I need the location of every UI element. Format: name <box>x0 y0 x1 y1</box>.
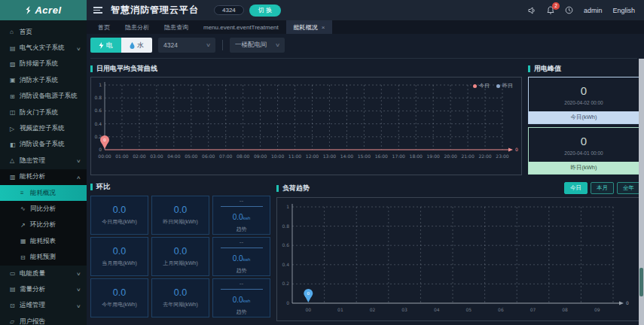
ring-cards-grid: 0.0 今日用电(kWh) 0.0 <box>90 196 270 317</box>
smoke-exhaust-icon: ▨ <box>10 61 20 68</box>
switch-project-button[interactable]: 切 换 <box>249 5 281 17</box>
peak-datetime: 2020-04-01 00:00 <box>564 150 603 156</box>
sidebar-item-user-report[interactable]: ▱ 用户报告 <box>0 314 87 325</box>
svg-text:20:00: 20:00 <box>444 153 456 159</box>
range-button-today[interactable]: 今日 <box>564 182 588 194</box>
stat-label: 今年用电(kWh) <box>102 301 137 308</box>
svg-text:0: 0 <box>103 138 106 142</box>
page-scrollbar[interactable] <box>639 59 644 325</box>
load-trend-panel: 负荷趋势 今日 本月 全年 10.80 <box>276 182 640 321</box>
svg-text:01: 01 <box>337 307 343 312</box>
daily-load-curve-panel: 日用电平均负荷曲线 今日 <box>90 64 522 175</box>
sidebar-item-label: 消防设备子系统 <box>20 140 65 149</box>
sidebar-item-electrical-fire-subsystem[interactable]: ▤ 电气火灾子系统 ∨ <box>0 40 87 56</box>
sidebar-item-hazard-management[interactable]: △ 隐患管理 ∨ <box>0 153 87 169</box>
sidebar-item-video-monitoring-subsystem[interactable]: ▷ 视频监控子系统 <box>0 120 87 136</box>
legend-item[interactable]: 今日 <box>473 82 490 90</box>
svg-text:14:00: 14:00 <box>340 153 353 159</box>
svg-text:08:00: 08:00 <box>237 153 249 159</box>
fire-door-icon: ◫ <box>10 109 20 116</box>
tab-hazard-query[interactable]: 隐患查询 <box>157 20 196 34</box>
sidebar-item-label: 同比分析 <box>30 205 56 214</box>
electric-filter-button[interactable]: 电 <box>90 38 121 53</box>
stat-value: 0.0 <box>174 246 187 257</box>
clock-icon[interactable] <box>565 6 573 14</box>
daily-load-chart: 10.80.60.40.2000:0001:0002:0003:0004:000… <box>91 77 521 175</box>
svg-text:03: 03 <box>401 307 407 312</box>
tab-event-treatment[interactable]: menu.event.eventTreatment <box>196 20 286 34</box>
menu-fold-icon[interactable] <box>93 7 102 13</box>
sidebar-item-label: 防火门子系统 <box>20 108 58 117</box>
sidebar-item-label: 能耗概况 <box>30 189 56 198</box>
chevron-icon: ∨ <box>75 158 81 163</box>
sidebar-item-fire-equipment-subsystem[interactable]: ◧ 消防设备子系统 <box>0 137 87 153</box>
sidebar-item-smoke-exhaust-subsystem[interactable]: ▨ 防排烟子系统 <box>0 56 87 72</box>
sidebar-item-fire-water-subsystem[interactable]: ▣ 消防水子系统 <box>0 72 87 88</box>
svg-text:01:00: 01:00 <box>115 153 128 159</box>
svg-text:03:00: 03:00 <box>150 153 163 159</box>
svg-text:15:00: 15:00 <box>358 153 371 159</box>
user-report-icon: ▱ <box>10 318 20 325</box>
sidebar-item-label: 需量分析 <box>20 285 45 294</box>
sidebar-item-energy-analysis[interactable]: ▥ 能耗分析 ∧ <box>0 169 87 185</box>
legend-item[interactable]: 昨日 <box>496 82 513 90</box>
sidebar-item-power-quality[interactable]: ▭ 电能质量 ∨ <box>0 266 87 281</box>
station-select[interactable]: 4324 ∨ <box>158 38 215 53</box>
sidebar-item-fire-door-subsystem[interactable]: ◫ 防火门子系统 <box>0 105 87 120</box>
range-button-month[interactable]: 本月 <box>591 182 614 194</box>
svg-text:07:00: 07:00 <box>219 153 232 159</box>
sidebar-item-label: 防排烟子系统 <box>20 59 58 68</box>
range-button-year[interactable]: 全年 <box>617 182 640 194</box>
user-menu[interactable]: admin <box>584 7 603 14</box>
trend-unit: kwh <box>243 257 251 262</box>
chart-legend: 今日 昨日 <box>473 82 513 90</box>
tab-hazard-analysis[interactable]: 隐患分析 <box>118 20 157 34</box>
sidebar-item-demand-analysis[interactable]: ▤ 需量分析 ∨ <box>0 281 87 297</box>
peak-card-today: 0 2020-04-02 00:00 今日(kWh) <box>528 77 639 124</box>
tab-energy-overview[interactable]: 能耗概况 × <box>286 20 333 34</box>
close-icon[interactable]: × <box>322 24 325 31</box>
stat-label: 今日用电(kWh) <box>102 218 137 226</box>
chevron-down-icon: ∨ <box>275 42 280 48</box>
logo-text: Acrel <box>35 5 61 16</box>
title-accent-bar <box>90 184 93 190</box>
trend-divider <box>221 289 263 290</box>
sidebar-item-ops-management[interactable]: ⊡ 运维管理 ∨ <box>0 298 87 314</box>
title-accent-bar <box>528 65 530 72</box>
trend-card-year: -- 0.0kwh 趋势 <box>212 278 270 317</box>
sidebar-item-energy-report[interactable]: ▦ 能耗报表 <box>0 233 87 249</box>
svg-text:19:00: 19:00 <box>427 153 440 159</box>
water-filter-button[interactable]: 水 <box>121 38 152 53</box>
report-icon: ▦ <box>20 238 30 245</box>
sidebar-item-yoy-analysis[interactable]: ∿ 同比分析 <box>0 201 87 217</box>
trend-card-month: -- 0.0kwh 趋势 <box>212 237 270 276</box>
peak-datetime: 2020-04-02 00:00 <box>564 100 603 105</box>
panel-title-ring: 环比 <box>90 182 270 192</box>
chevron-icon: ∨ <box>75 46 81 51</box>
svg-text:12:00: 12:00 <box>306 153 319 159</box>
sound-icon[interactable] <box>528 7 536 14</box>
sidebar-item-home[interactable]: ⌂ 首页 <box>0 24 87 40</box>
tab-label: 隐患查询 <box>164 23 188 32</box>
svg-text:07: 07 <box>530 307 536 312</box>
sidebar-item-equipment-power-subsystem[interactable]: ⊞ 消防设备电源子系统 <box>0 89 87 105</box>
tab-home[interactable]: 首页 <box>90 20 118 34</box>
stat-label: 上月同期(kWh) <box>163 260 198 267</box>
svg-text:04: 04 <box>434 307 440 312</box>
stat-label: 趋势 <box>237 267 247 275</box>
language-switch[interactable]: English <box>612 7 635 14</box>
list-icon: ≡ <box>20 190 30 196</box>
sidebar-item-energy-forecast[interactable]: ⊟ 能耗预测 <box>0 249 87 265</box>
acrel-logo-mark <box>25 6 32 14</box>
sidebar-item-mom-analysis[interactable]: ↗ 环比分析 <box>0 217 87 233</box>
bell-icon[interactable]: 2 <box>547 6 554 14</box>
panel-title-daily-curve: 日用电平均负荷曲线 <box>90 64 522 74</box>
room-select[interactable]: 一楼配电间 ∨ <box>230 38 285 53</box>
sidebar-item-label: 运维管理 <box>20 301 45 310</box>
scrollbar-thumb[interactable] <box>639 268 643 296</box>
svg-text:0.2: 0.2 <box>282 281 289 286</box>
load-trend-header: 负荷趋势 今日 本月 全年 <box>276 182 640 194</box>
peak-usage-panel: 用电峰值 0 2020-04-02 00:00 今日(kWh) <box>528 64 639 175</box>
title-accent-bar <box>90 65 93 72</box>
sidebar-item-energy-overview[interactable]: ≡ 能耗概况 <box>0 185 87 201</box>
